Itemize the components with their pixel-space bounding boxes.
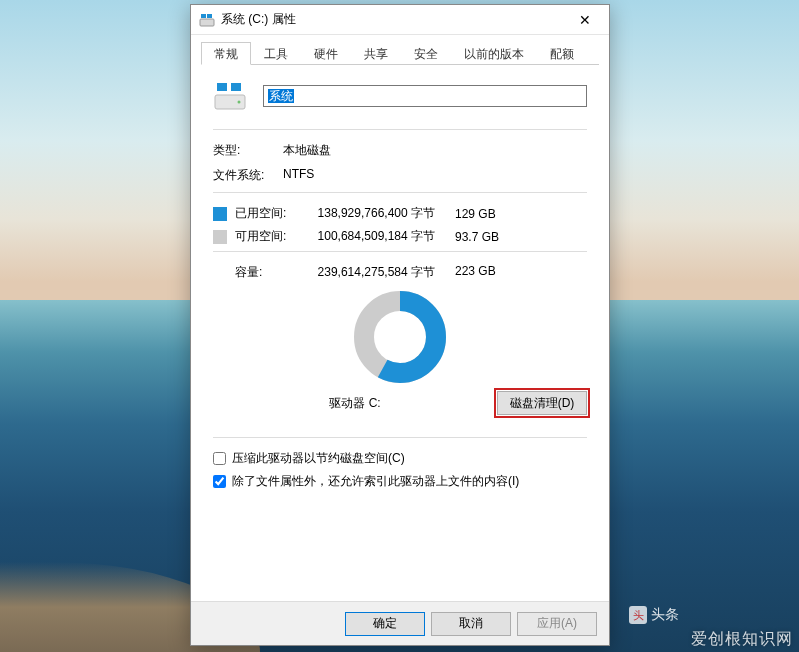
divider bbox=[213, 129, 587, 130]
free-gb: 93.7 GB bbox=[455, 230, 515, 244]
index-label: 除了文件属性外，还允许索引此驱动器上文件的内容(I) bbox=[232, 473, 519, 490]
svg-rect-1 bbox=[201, 14, 206, 18]
tab-general[interactable]: 常规 bbox=[201, 42, 251, 65]
used-swatch-icon bbox=[213, 207, 227, 221]
window-title: 系统 (C:) 属性 bbox=[221, 11, 563, 28]
drive-name-value: 系统 bbox=[268, 89, 294, 103]
drive-letter-label: 驱动器 C: bbox=[213, 395, 497, 412]
tab-sharing[interactable]: 共享 bbox=[351, 42, 401, 65]
close-button[interactable]: ✕ bbox=[563, 6, 607, 34]
compress-checkbox[interactable] bbox=[213, 452, 226, 465]
tab-hardware[interactable]: 硬件 bbox=[301, 42, 351, 65]
tab-previous-versions[interactable]: 以前的版本 bbox=[451, 42, 537, 65]
used-label: 已用空间: bbox=[235, 205, 305, 222]
svg-text:头: 头 bbox=[633, 609, 644, 621]
disk-cleanup-button[interactable]: 磁盘清理(D) bbox=[497, 391, 587, 415]
watermark-text: 爱创根知识网 bbox=[691, 629, 793, 650]
svg-rect-0 bbox=[200, 19, 214, 26]
svg-point-6 bbox=[238, 101, 241, 104]
free-label: 可用空间: bbox=[235, 228, 305, 245]
dialog-button-bar: 确定 取消 应用(A) bbox=[191, 601, 609, 645]
used-gb: 129 GB bbox=[455, 207, 515, 221]
index-checkbox[interactable] bbox=[213, 475, 226, 488]
toutiao-watermark: 头 头条 bbox=[629, 606, 679, 624]
cancel-button[interactable]: 取消 bbox=[431, 612, 511, 636]
compress-checkbox-row[interactable]: 压缩此驱动器以节约磁盘空间(C) bbox=[213, 450, 587, 467]
free-swatch-icon bbox=[213, 230, 227, 244]
divider bbox=[213, 437, 587, 438]
drive-name-input[interactable]: 系统 bbox=[263, 85, 587, 107]
filesystem-value: NTFS bbox=[283, 167, 314, 184]
capacity-bytes: 239,614,275,584 字节 bbox=[305, 264, 455, 281]
drive-icon bbox=[199, 12, 215, 28]
filesystem-label: 文件系统: bbox=[213, 167, 283, 184]
tabs-container: 常规 工具 硬件 共享 安全 以前的版本 配额 bbox=[191, 35, 609, 65]
titlebar: 系统 (C:) 属性 ✕ bbox=[191, 5, 609, 35]
capacity-label: 容量: bbox=[213, 264, 305, 281]
type-value: 本地磁盘 bbox=[283, 142, 331, 159]
tab-security[interactable]: 安全 bbox=[401, 42, 451, 65]
type-label: 类型: bbox=[213, 142, 283, 159]
apply-button[interactable]: 应用(A) bbox=[517, 612, 597, 636]
divider bbox=[213, 192, 587, 193]
tab-tools[interactable]: 工具 bbox=[251, 42, 301, 65]
svg-rect-5 bbox=[231, 83, 241, 91]
divider bbox=[213, 251, 587, 252]
used-bytes: 138,929,766,400 字节 bbox=[305, 205, 455, 222]
capacity-gb: 223 GB bbox=[455, 264, 515, 281]
compress-label: 压缩此驱动器以节约磁盘空间(C) bbox=[232, 450, 405, 467]
svg-rect-4 bbox=[217, 83, 227, 91]
ok-button[interactable]: 确定 bbox=[345, 612, 425, 636]
drive-large-icon bbox=[213, 79, 247, 113]
tab-quota[interactable]: 配额 bbox=[537, 42, 587, 65]
usage-donut-chart bbox=[213, 289, 587, 385]
svg-rect-2 bbox=[207, 14, 212, 18]
tab-content: 系统 类型: 本地磁盘 文件系统: NTFS 已用空间: 138,929,766… bbox=[191, 65, 609, 601]
properties-dialog: 系统 (C:) 属性 ✕ 常规 工具 硬件 共享 安全 以前的版本 配额 bbox=[190, 4, 610, 646]
index-checkbox-row[interactable]: 除了文件属性外，还允许索引此驱动器上文件的内容(I) bbox=[213, 473, 587, 490]
free-bytes: 100,684,509,184 字节 bbox=[305, 228, 455, 245]
